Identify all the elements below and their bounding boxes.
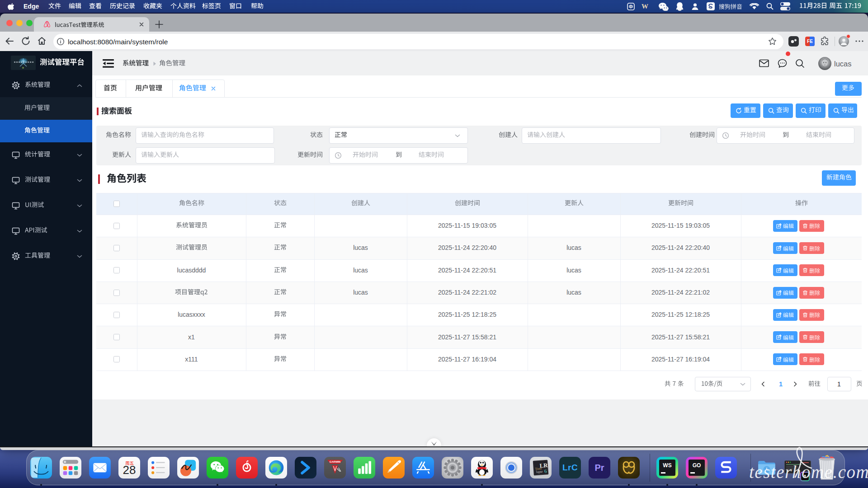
svg-text:GARMIN: GARMIN [330,460,340,463]
svg-text:lapse: lapse [536,470,542,474]
